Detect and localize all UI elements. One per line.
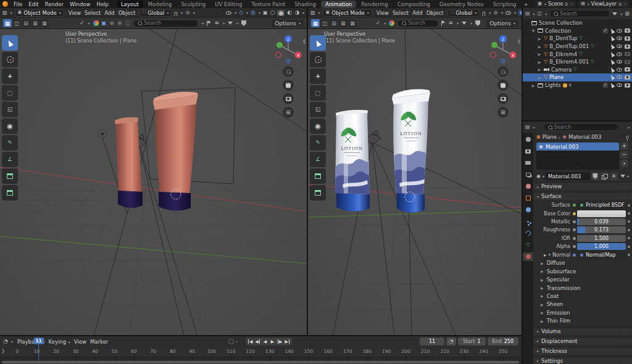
hide-viewport-toggle-icon[interactable] (617, 36, 622, 40)
selectable-toggle-icon[interactable] (609, 43, 615, 49)
matcap-icon[interactable] (93, 20, 99, 26)
menu-edit[interactable]: Edit (25, 1, 41, 7)
material-name-field[interactable]: Material.003 (546, 172, 590, 180)
tool-add-primitive[interactable] (310, 185, 326, 201)
workspace-tab-modeling[interactable]: Modeling (144, 1, 177, 8)
selectable-toggle-icon[interactable] (609, 67, 615, 73)
menu-help[interactable]: Help (93, 1, 111, 7)
remove-view-layer-icon[interactable]: ✕ (623, 2, 627, 7)
tool-transform[interactable]: ◉ (2, 118, 18, 134)
viewport-menu-object[interactable]: Object (117, 10, 138, 16)
material-slot-item[interactable]: ◉ Material.003 (536, 143, 619, 151)
end-frame-field[interactable]: End250 (488, 337, 518, 345)
select-mode-subtract[interactable]: ⊟ (22, 19, 30, 27)
shading-solid-icon[interactable]: ● (277, 10, 285, 16)
pin-icon[interactable] (626, 136, 629, 139)
tube-large-solid[interactable] (153, 92, 198, 211)
options-button[interactable]: Options▾ (486, 20, 518, 27)
current-frame-marker[interactable]: 11 (33, 337, 44, 344)
select-mode-intersect[interactable]: ⊠ (348, 19, 357, 27)
tool-cursor[interactable] (310, 52, 326, 67)
timeline-ruler[interactable]: 0102030405060708090100110120130140150160… (0, 347, 522, 356)
expand-icon[interactable]: ▶ (537, 67, 542, 72)
transform-orientation[interactable]: ⛶Global▾ (139, 9, 172, 17)
hide-viewport-toggle-icon[interactable] (617, 44, 622, 48)
animate-dot[interactable] (628, 246, 630, 248)
transform-orientation[interactable]: ⛶Global▾ (447, 9, 480, 17)
snap-icon[interactable]: U (174, 10, 178, 15)
expand-icon[interactable]: ▶ (537, 52, 542, 56)
panel-volume[interactable]: ▸Volume::: (533, 327, 632, 335)
property-value-field[interactable]: Normal/Map (577, 252, 626, 259)
zoom-view-button[interactable] (497, 66, 509, 77)
outliner-row-scene-collection[interactable]: Scene Collection (523, 19, 632, 27)
select-mode-extend[interactable]: ◫ (12, 19, 21, 27)
expand-icon[interactable]: ▶ (537, 60, 542, 64)
properties-tab-physics[interactable] (523, 229, 533, 238)
mode-selector[interactable]: ▣Object Mode▾ (323, 9, 372, 17)
tool-move[interactable]: + (2, 68, 18, 84)
scene-selector[interactable]: ▦▾ Scene ⧉ ✕ (535, 1, 576, 7)
tool-cursor[interactable] (2, 52, 18, 67)
tool-add-cube[interactable] (310, 168, 326, 184)
selectable-toggle-icon[interactable] (609, 74, 615, 80)
hide-viewport-toggle-icon[interactable] (617, 52, 622, 56)
workspace-tab-rendering[interactable]: Rendering (357, 1, 392, 8)
tool-scale[interactable]: ◱ (310, 102, 326, 117)
hide-render-toggle-icon[interactable] (625, 67, 630, 72)
xray-toggle-icon[interactable]: ▣ (263, 10, 268, 15)
workspace-tab-geometry-nodes[interactable]: Geometry Nodes (435, 1, 488, 8)
editor-type-icon[interactable]: ▧ (310, 10, 315, 15)
browse-material-icon[interactable]: ◉ (536, 174, 541, 179)
properties-editor-icon[interactable]: ▤ (525, 125, 530, 130)
viewport-menu-view[interactable]: View (67, 10, 83, 16)
filter-icon[interactable] (228, 22, 233, 25)
workspace-tab-layout[interactable]: Layout (117, 1, 143, 8)
outliner-row-collection[interactable]: ▼Collection✓ (523, 27, 632, 35)
select-mode-difference[interactable]: ⊞ (339, 19, 347, 27)
viewport-menu-add[interactable]: Add (410, 10, 424, 16)
outliner-row-b-elkrem4-001[interactable]: ▶▽B_Elkrem4.001▽ (523, 58, 632, 66)
remove-slot-button[interactable]: − (620, 151, 628, 159)
property-value-field[interactable]: Principled BSDF (577, 202, 626, 209)
expand-icon[interactable]: ▶ (537, 44, 542, 49)
panel-preview[interactable]: ▸ Preview ::: (533, 182, 632, 190)
options-button[interactable]: Options▾ (272, 20, 304, 27)
slot-specials-button[interactable]: ▾ (620, 160, 628, 167)
workspace-tab-texture-paint[interactable]: Texture Paint (247, 1, 290, 8)
channel-expand-arrow[interactable]: ❯ (1, 349, 5, 354)
include-checkbox[interactable]: ✓ (603, 28, 608, 33)
new-scene-icon[interactable]: ⧉ (565, 2, 568, 7)
transport-next-keyframe-button[interactable]: ▶ (276, 338, 283, 345)
animate-dot[interactable] (628, 220, 630, 223)
selectable-toggle-icon[interactable] (609, 82, 615, 88)
fake-user-button[interactable] (591, 172, 599, 180)
transport-prev-keyframe-button[interactable]: ◀ (254, 338, 261, 345)
panel-settings[interactable]: ▸Settings::: (533, 357, 632, 364)
timeline-menu-keying[interactable]: Keying ▾ (47, 339, 72, 345)
list-icon[interactable]: ≡ (449, 20, 454, 26)
viewport-menu-select[interactable]: Select (83, 10, 102, 16)
texture-slot-icon[interactable]: ▣ (102, 21, 107, 26)
tube-small-solid[interactable] (115, 117, 143, 208)
viewport-search-input[interactable] (408, 20, 433, 26)
expand-icon[interactable]: ▼ (531, 28, 536, 33)
timeline-menu-marker[interactable]: Marker (88, 339, 110, 345)
tool-transform[interactable]: ◉ (310, 118, 326, 134)
selectable-toggle-icon[interactable] (609, 51, 615, 57)
properties-tab-render[interactable] (523, 147, 533, 155)
value-slider[interactable]: 1.000 (577, 243, 626, 250)
outliner-row-b-elkrem4[interactable]: ▶▽B_Elkrem4▽ (523, 50, 632, 58)
breadcrumb-material[interactable]: Material.003 (568, 134, 601, 140)
tool-rotate[interactable]: ◌ (2, 85, 18, 101)
subpanel-coat[interactable]: ▶Coat (533, 292, 632, 300)
outliner-row-camera[interactable]: ▶Camera▽ (523, 66, 632, 74)
blender-logo-icon[interactable] (2, 1, 8, 7)
select-mode-new[interactable]: ▦ (311, 19, 320, 27)
value-slider[interactable]: 1.500 (577, 235, 626, 242)
transport-jump-to-start-button[interactable]: ◀ (247, 338, 254, 345)
properties-tab-modifiers[interactable] (523, 205, 533, 214)
value-slider[interactable]: 0.173 (577, 226, 626, 233)
object-visibility-icon[interactable] (226, 11, 231, 15)
hide-viewport-toggle-icon[interactable] (617, 68, 622, 72)
